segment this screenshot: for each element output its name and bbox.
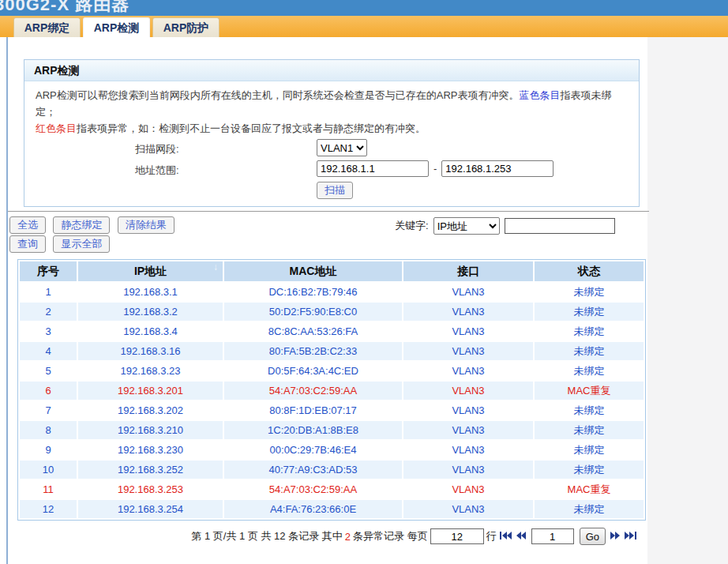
scan-button[interactable]: 扫描 — [317, 182, 353, 199]
table-cell: 54:A7:03:C2:59:AA — [224, 382, 402, 400]
table-cell: D0:5F:64:3A:4C:ED — [224, 362, 402, 380]
table-row[interactable]: 5192.168.3.23D0:5F:64:3A:4C:EDVLAN3未绑定 — [20, 362, 644, 380]
table-cell: 192.168.3.4 — [78, 322, 223, 340]
table-row[interactable]: 11192.168.3.25354:A7:03:C2:59:AAVLAN3MAC… — [20, 480, 644, 498]
arp-detection-panel: ARP检测 ARP检测可以帮您搜索到当前网段内所有在线的主机，同时系统还会检查是… — [24, 59, 640, 207]
table-cell: 80:8F:1D:EB:07:17 — [224, 401, 402, 419]
tab-arp-protection[interactable]: ARP防护 — [152, 17, 220, 37]
table-cell: VLAN3 — [403, 342, 533, 360]
header-ip-address[interactable]: IP地址↓ — [78, 261, 223, 281]
page-info-text: 第 1 页/共 1 页 共 12 条记录 其中 — [191, 529, 342, 543]
clear-results-button[interactable]: 清除结果 — [118, 216, 174, 234]
first-page-icon[interactable] — [500, 531, 512, 543]
keyword-type-select[interactable]: IP地址 — [433, 217, 500, 235]
table-cell: 10 — [20, 461, 77, 479]
range-separator: - — [433, 163, 437, 175]
table-cell: 2 — [20, 303, 77, 321]
page-size-input[interactable] — [430, 528, 484, 544]
tab-arp-binding[interactable]: ARP绑定 — [13, 17, 81, 37]
range-end-input[interactable] — [441, 160, 554, 177]
table-cell: 40:77:A9:C3:AD:53 — [224, 461, 402, 479]
go-button[interactable]: Go — [580, 528, 606, 545]
table-cell: 8C:8C:AA:53:26:FA — [224, 322, 402, 340]
table-cell: 7 — [20, 401, 77, 419]
table-row[interactable]: 2192.168.3.250:D2:F5:90:E8:C0VLAN3未绑定 — [20, 303, 644, 321]
table-cell: VLAN3 — [403, 480, 533, 498]
arp-table-body: 1192.168.3.1DC:16:B2:7B:79:46VLAN3未绑定219… — [20, 283, 644, 518]
select-all-button[interactable]: 全选 — [9, 216, 46, 234]
tab-arp-detection[interactable]: ARP检测 — [83, 17, 150, 37]
table-row[interactable]: 6192.168.3.20154:A7:03:C2:59:AAVLAN3MAC重… — [20, 382, 644, 400]
table-cell: 4 — [20, 342, 77, 360]
keyword-search-group: 关键字: IP地址 — [395, 217, 615, 235]
table-cell: 未绑定 — [535, 500, 644, 518]
router-model-title: 300G2-X 路由器 — [0, 0, 129, 16]
table-cell: MAC重复 — [535, 382, 644, 400]
page-info-suffix: 条异常记录 每页 — [353, 529, 428, 543]
table-row[interactable]: 12192.168.3.254A4:FA:76:23:66:0EVLAN3未绑定 — [20, 500, 644, 518]
table-cell: VLAN3 — [403, 401, 533, 419]
scan-segment-label: 扫描网段: — [135, 142, 179, 156]
table-cell: 未绑定 — [535, 441, 644, 459]
table-row[interactable]: 8192.168.3.2101C:20:DB:A1:8B:E8VLAN3未绑定 — [20, 421, 644, 439]
table-cell: 11 — [20, 480, 77, 498]
vlan-select[interactable]: VLAN1 — [317, 139, 367, 156]
table-cell: VLAN3 — [403, 303, 533, 321]
keyword-label: 关键字: — [395, 219, 429, 233]
table-cell: 54:A7:03:C2:59:AA — [224, 480, 402, 498]
static-bind-button[interactable]: 静态绑定 — [53, 216, 110, 234]
rows-unit-label: 行 — [486, 529, 497, 543]
pagination-bar: 第 1 页/共 1 页 共 12 条记录 其中 2 条异常记录 每页 行 Go — [17, 528, 638, 545]
keyword-input[interactable] — [505, 218, 615, 234]
table-cell: 192.168.3.16 — [78, 342, 223, 360]
header-mac-address: MAC地址 — [224, 261, 402, 281]
table-row[interactable]: 3192.168.3.48C:8C:AA:53:26:FAVLAN3未绑定 — [20, 322, 644, 340]
show-all-button[interactable]: 显示全部 — [53, 235, 110, 253]
table-cell: 未绑定 — [535, 401, 644, 419]
table-cell: 192.168.3.1 — [78, 283, 223, 301]
abnormal-count: 2 — [345, 531, 351, 543]
table-row[interactable]: 1192.168.3.1DC:16:B2:7B:79:46VLAN3未绑定 — [20, 283, 644, 301]
table-cell: 50:D2:F5:90:E8:C0 — [224, 303, 402, 321]
table-cell: VLAN3 — [403, 500, 533, 518]
table-row[interactable]: 4192.168.3.1680:FA:5B:2B:C2:33VLAN3未绑定 — [20, 342, 644, 360]
page-number-input[interactable] — [531, 528, 574, 544]
arp-table: 序号 IP地址↓ MAC地址 接口 状态 1192.168.3.1DC:16:B… — [17, 259, 646, 521]
panel-body: ARP检测可以帮您搜索到当前网段内所有在线的主机，同时系统还会检查是否与已存在的… — [24, 81, 639, 206]
table-cell: DC:16:B2:7B:79:46 — [224, 283, 402, 301]
arp-table-header: 序号 IP地址↓ MAC地址 接口 状态 — [20, 261, 644, 281]
table-cell: VLAN3 — [403, 461, 533, 479]
table-cell: 192.168.3.201 — [78, 382, 223, 400]
table-cell: VLAN3 — [403, 382, 533, 400]
query-button[interactable]: 查询 — [9, 235, 46, 253]
prev-page-icon[interactable] — [516, 531, 527, 543]
panel-title: ARP检测 — [24, 60, 639, 81]
blue-entry-label: 蓝色条目 — [519, 89, 560, 101]
table-cell: VLAN3 — [403, 283, 533, 301]
table-cell: 未绑定 — [535, 362, 644, 380]
table-cell: 192.168.3.230 — [78, 441, 223, 459]
last-page-icon[interactable] — [625, 531, 637, 543]
scan-segment-row: 扫描网段: VLAN1 — [36, 138, 629, 158]
table-cell: 未绑定 — [535, 322, 644, 340]
table-cell: 未绑定 — [535, 283, 644, 301]
window-titlebar: 300G2-X 路由器 — [0, 0, 728, 16]
table-row[interactable]: 9192.168.3.23000:0C:29:7B:46:E4VLAN3未绑定 — [20, 441, 644, 459]
table-cell: 5 — [20, 362, 77, 380]
content-area: ARP检测 ARP检测可以帮您搜索到当前网段内所有在线的主机，同时系统还会检查是… — [6, 37, 647, 564]
table-cell: VLAN3 — [403, 421, 533, 439]
table-row[interactable]: 10192.168.3.25240:77:A9:C3:AD:53VLAN3未绑定 — [20, 461, 644, 479]
table-cell: 8 — [20, 421, 77, 439]
next-page-icon[interactable] — [610, 531, 621, 543]
table-cell: 00:0C:29:7B:46:E4 — [224, 441, 402, 459]
sort-descending-icon[interactable]: ↓ — [213, 261, 218, 273]
tab-strip: ARP绑定 ARP检测 ARP防护 — [0, 16, 728, 37]
toolbar-row-2: 查询 显示全部 — [9, 235, 647, 253]
header-ip-label: IP地址 — [134, 265, 167, 277]
range-start-input[interactable] — [317, 160, 429, 177]
description-text-1: ARP检测可以帮您搜索到当前网段内所有在线的主机，同时系统还会检查是否与已存在的… — [36, 89, 519, 101]
section-divider — [8, 211, 649, 212]
table-cell: 1 — [20, 283, 77, 301]
header-status: 状态 — [535, 261, 644, 281]
table-row[interactable]: 7192.168.3.20280:8F:1D:EB:07:17VLAN3未绑定 — [20, 401, 644, 419]
